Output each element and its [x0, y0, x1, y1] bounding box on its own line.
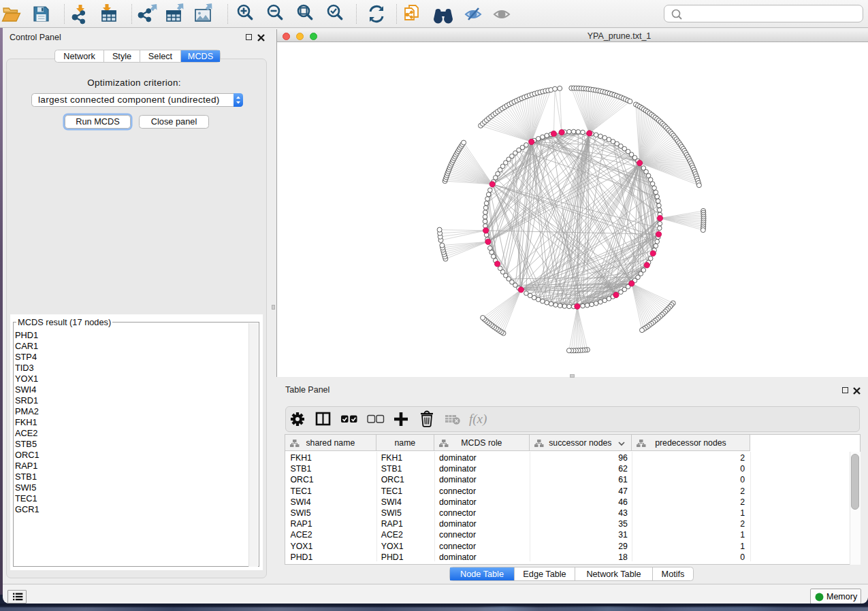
svg-text:f(x): f(x): [469, 412, 487, 427]
